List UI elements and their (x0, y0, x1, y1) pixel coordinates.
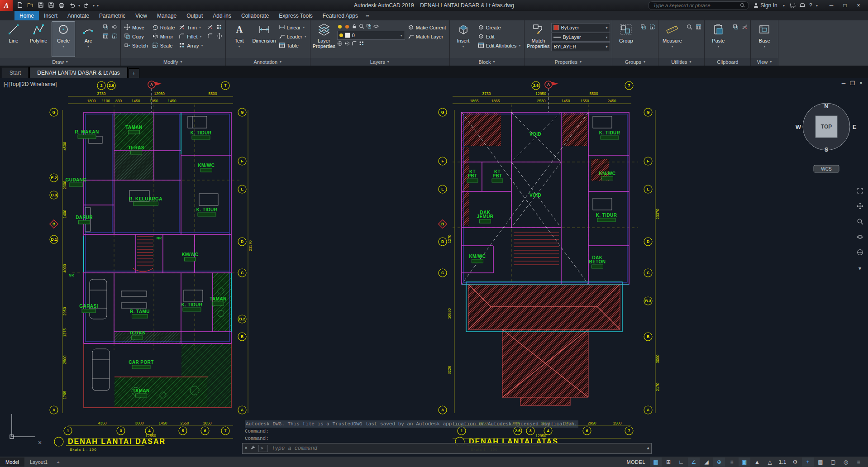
circle-dropdown-icon[interactable]: ▾ (62, 44, 64, 48)
move-button[interactable]: Move (123, 23, 149, 32)
tab-annotate[interactable]: Annotate (62, 11, 94, 20)
ortho-icon[interactable]: ∟ (675, 457, 687, 467)
plot-style-dropdown[interactable]: BYLAYER▾ (551, 42, 610, 51)
search-icon[interactable] (740, 3, 745, 8)
app-store-button[interactable] (790, 3, 796, 8)
zoom-icon[interactable] (855, 218, 864, 227)
text-button[interactable]: AText▾ (228, 21, 251, 57)
pan-icon[interactable] (855, 202, 864, 211)
linear-button[interactable]: Linear▾ (277, 23, 308, 32)
undo-dropdown-icon[interactable]: ▾ (78, 4, 80, 8)
offset-tool-icon[interactable] (206, 33, 215, 41)
save-icon[interactable] (36, 1, 45, 10)
fillet-button[interactable]: Fillet▾ (177, 32, 205, 41)
orbit-icon[interactable] (855, 233, 864, 242)
layer-isolate-icon[interactable] (359, 24, 365, 30)
hatch-tool-icon[interactable] (101, 33, 110, 41)
annotation-visibility-icon[interactable]: ▲ (751, 457, 763, 467)
annotation-monitor-icon[interactable]: + (802, 457, 814, 467)
edit-attributes-button[interactable]: Edit Attributes▾ (477, 41, 523, 50)
line-button[interactable]: Line (2, 21, 25, 57)
fullscreen-icon[interactable] (855, 187, 864, 196)
ribbon-display-options-icon[interactable]: ▪▾ (366, 11, 369, 20)
lineweight-dropdown[interactable]: ByLayer▾ (551, 33, 610, 42)
panel-title-properties[interactable]: Properties▾ (525, 58, 612, 66)
viewport-controls-label[interactable]: [-][Top][2D Wireframe] (4, 81, 57, 87)
quick-select-icon[interactable] (685, 24, 693, 32)
quick-calc-icon[interactable] (694, 24, 702, 32)
maximize-button[interactable]: □ (838, 0, 852, 11)
group-button[interactable]: Group (614, 21, 638, 57)
viewport-restore-icon[interactable]: ❐ (850, 80, 855, 86)
customization-icon[interactable]: ≡ (853, 457, 864, 467)
layer-freeze2-icon[interactable] (344, 41, 350, 47)
new-file-icon[interactable] (15, 1, 24, 10)
rotate-button[interactable]: Rotate (151, 23, 176, 32)
help-search-box[interactable] (648, 1, 749, 10)
tab-express-tools[interactable]: Express Tools (274, 11, 317, 20)
trim-dropdown-icon[interactable]: ▾ (199, 25, 201, 29)
arc-button[interactable]: Arc▾ (76, 21, 100, 57)
redo-dropdown-icon[interactable]: ▾ (93, 4, 95, 8)
region-tool-icon[interactable] (110, 33, 119, 41)
panel-title-layers[interactable]: Layers▾ (310, 58, 449, 66)
panel-title-clipboard[interactable]: Clipboard (705, 58, 750, 66)
isolate-objects-icon[interactable]: ◎ (840, 457, 852, 467)
autoscale-icon[interactable]: △ (764, 457, 776, 467)
tab-view[interactable]: View (130, 11, 152, 20)
polyline-button[interactable]: Polyline (27, 21, 50, 57)
circle-button[interactable]: Circle▾ (52, 21, 75, 57)
polar-tracking-icon[interactable]: ∠ (688, 457, 700, 467)
tab-add-ins[interactable]: Add-ins (208, 11, 236, 20)
autocad-logo-icon[interactable]: A (0, 0, 13, 11)
layer-dropdown[interactable]: 0 ▾ (337, 31, 405, 40)
leader-dropdown-icon[interactable]: ▾ (305, 34, 306, 38)
command-customize-icon[interactable] (250, 445, 256, 452)
new-layout-button[interactable]: + (53, 458, 63, 466)
file-tab-start[interactable]: Start (2, 67, 29, 78)
edit-block-button[interactable]: Edit (477, 32, 523, 41)
command-input[interactable] (271, 445, 644, 452)
workspace-gear-icon[interactable]: ⚙ (789, 457, 801, 467)
wcs-indicator[interactable]: WCS (814, 165, 839, 172)
panel-title-modify[interactable]: Modify▾ (121, 58, 225, 66)
layer-on-icon[interactable] (337, 24, 343, 30)
steering-wheel-icon[interactable] (855, 248, 864, 257)
panel-title-view[interactable]: View▾ (751, 58, 778, 66)
layout1-tab[interactable]: Layout1 (24, 457, 53, 467)
new-drawing-tab-button[interactable]: + (129, 68, 139, 78)
qat-customize-icon[interactable]: ▾ (97, 4, 99, 8)
tab-insert[interactable]: Insert (39, 11, 62, 20)
navbar-more-icon[interactable]: ▾ (855, 264, 864, 273)
paste-button[interactable]: Paste▾ (706, 21, 730, 57)
layer-unisolate-icon[interactable] (366, 24, 372, 30)
match-layer-button[interactable]: Match Layer (406, 32, 448, 41)
layer-properties-button[interactable]: Layer Properties (312, 21, 336, 57)
panel-title-annotation[interactable]: Annotation▾ (226, 58, 310, 66)
leader-button[interactable]: Leader▾ (277, 32, 308, 41)
dimension-button[interactable]: Dimension (253, 21, 276, 57)
array-button[interactable]: Array▾ (177, 41, 205, 50)
array-dropdown-icon[interactable]: ▾ (201, 43, 203, 48)
grid-icon[interactable]: ▦ (650, 457, 662, 467)
snap-icon[interactable]: ⊞ (663, 457, 674, 467)
file-tab-document[interactable]: DENAH LANTAI DASAR & Lt Atas (29, 67, 128, 78)
layer-lock-icon[interactable] (352, 24, 358, 30)
dynamic-input-icon[interactable]: ▣ (739, 457, 750, 467)
measure-dropdown-icon[interactable]: ▾ (671, 44, 673, 48)
insert-dropdown-icon[interactable]: ▾ (462, 44, 464, 48)
help-search-input[interactable] (652, 2, 740, 9)
modify-more-icon[interactable] (215, 33, 224, 41)
tab-manage[interactable]: Manage (152, 11, 181, 20)
copy-button[interactable]: Copy (123, 32, 149, 41)
create-block-button[interactable]: Create (477, 23, 523, 32)
stretch-button[interactable]: Stretch (123, 41, 149, 50)
help-button[interactable]: ? ▾ (809, 2, 818, 9)
tab-parametric[interactable]: Parametric (94, 11, 130, 20)
tab-output[interactable]: Output (181, 11, 208, 20)
compass-north-label[interactable]: N (824, 103, 828, 110)
osnap-icon[interactable]: ⊕ (713, 457, 725, 467)
drawing-canvas[interactable]: [-][Top][2D Wireframe] ─ ❐ × (0, 78, 868, 457)
command-expand-icon[interactable]: ▲ (647, 446, 649, 451)
compass-west-label[interactable]: W (796, 124, 801, 130)
